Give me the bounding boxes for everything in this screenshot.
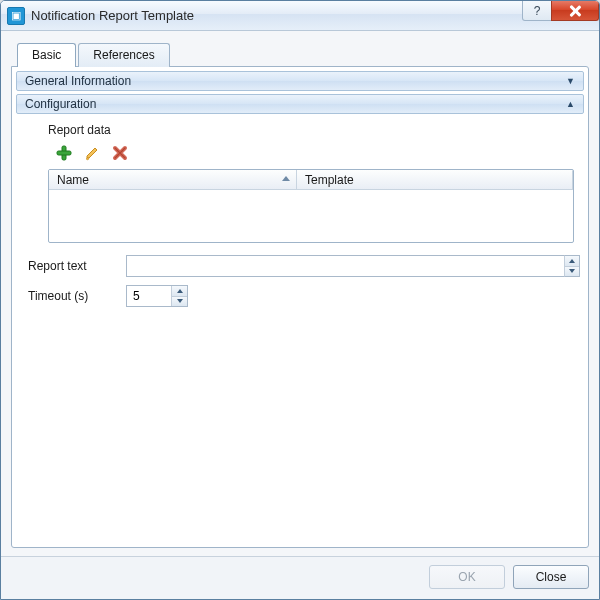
- edit-icon: [83, 144, 101, 162]
- svg-marker-3: [86, 158, 89, 160]
- col-name[interactable]: Name: [49, 170, 297, 189]
- help-icon: ?: [534, 4, 541, 18]
- report-text-step-up[interactable]: [565, 256, 579, 266]
- section-configuration-title: Configuration: [25, 97, 96, 111]
- app-icon: ▣: [7, 7, 25, 25]
- row-timeout: Timeout (s): [16, 281, 584, 311]
- timeout-step-down[interactable]: [172, 296, 187, 307]
- delete-icon: [111, 144, 129, 162]
- close-button[interactable]: Close: [513, 565, 589, 589]
- table-header: Name Template: [49, 170, 573, 190]
- close-icon: [569, 5, 581, 17]
- configuration-body: Report data: [16, 117, 584, 251]
- row-report-text: Report text: [16, 251, 584, 281]
- section-configuration[interactable]: Configuration ▲: [16, 94, 584, 114]
- section-general-information-title: General Information: [25, 74, 131, 88]
- report-data-toolbar: [48, 141, 574, 169]
- tab-references[interactable]: References: [78, 43, 169, 67]
- col-name-label: Name: [57, 173, 89, 187]
- caret-down-icon: [569, 269, 575, 273]
- timeout-label: Timeout (s): [28, 289, 116, 303]
- timeout-step-up[interactable]: [172, 286, 187, 296]
- tabstrip: Basic References: [11, 43, 589, 67]
- sort-asc-icon: [282, 176, 290, 181]
- window-close-button[interactable]: [551, 1, 599, 21]
- report-text-label: Report text: [28, 259, 116, 273]
- tab-basic-label: Basic: [32, 48, 61, 62]
- edit-button[interactable]: [82, 143, 102, 163]
- caret-down-icon: [177, 299, 183, 303]
- chevron-down-icon: ▼: [566, 76, 575, 86]
- tab-references-label: References: [93, 48, 154, 62]
- report-data-table[interactable]: Name Template: [48, 169, 574, 243]
- spacer: [16, 311, 584, 539]
- add-icon: [55, 144, 73, 162]
- dialog-window: ▣ Notification Report Template ? Basic R…: [0, 0, 600, 600]
- report-data-label: Report data: [48, 123, 574, 137]
- tab-basic[interactable]: Basic: [17, 43, 76, 67]
- report-text-step-down[interactable]: [565, 266, 579, 277]
- window-title: Notification Report Template: [31, 8, 523, 23]
- chevron-up-icon: ▲: [566, 99, 575, 109]
- svg-rect-1: [57, 151, 71, 155]
- help-button[interactable]: ?: [522, 1, 552, 21]
- caret-up-icon: [177, 289, 183, 293]
- caret-up-icon: [569, 259, 575, 263]
- timeout-stepper: [126, 285, 188, 307]
- window-controls: ?: [523, 1, 599, 30]
- report-text-input[interactable]: [126, 255, 564, 277]
- tab-panel-basic: General Information ▼ Configuration ▲ Re…: [11, 66, 589, 548]
- client-area: Basic References General Information ▼ C…: [1, 31, 599, 556]
- dialog-footer: OK Close: [1, 556, 599, 599]
- ok-button[interactable]: OK: [429, 565, 505, 589]
- timeout-input[interactable]: [127, 286, 171, 306]
- titlebar[interactable]: ▣ Notification Report Template ?: [1, 1, 599, 31]
- report-text-stepper: [564, 255, 580, 277]
- section-general-information[interactable]: General Information ▼: [16, 71, 584, 91]
- svg-marker-2: [87, 148, 97, 158]
- col-template[interactable]: Template: [297, 170, 573, 189]
- add-button[interactable]: [54, 143, 74, 163]
- delete-button[interactable]: [110, 143, 130, 163]
- col-template-label: Template: [305, 173, 354, 187]
